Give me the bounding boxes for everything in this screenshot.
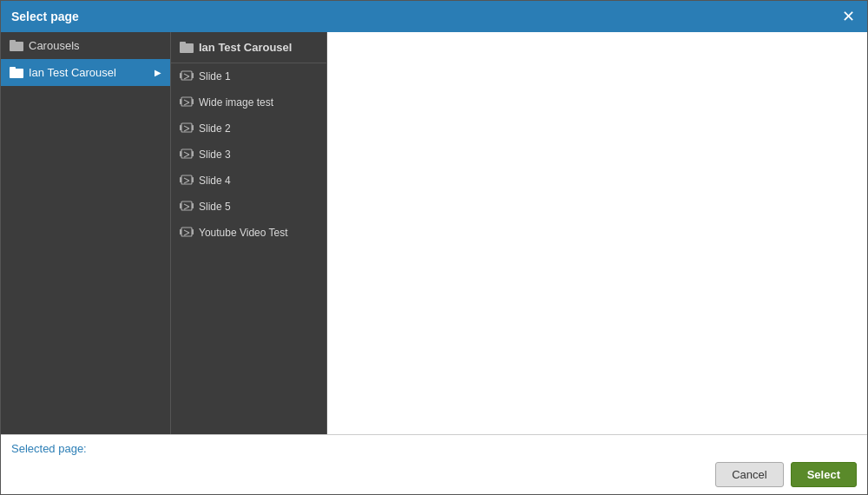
svg-rect-16 xyxy=(180,151,181,156)
svg-rect-7 xyxy=(192,99,194,104)
dialog-body: Carousels Ian Test Carousel ▶ Ian Test C… xyxy=(1,32,867,434)
cancel-button[interactable]: Cancel xyxy=(715,462,783,487)
svg-line-33 xyxy=(184,230,189,233)
right-panel xyxy=(327,32,867,434)
svg-rect-2 xyxy=(192,73,194,78)
list-item-slide-1[interactable]: Slide 1 xyxy=(171,63,326,89)
selected-page-row: Selected page: xyxy=(11,442,857,455)
wide-image-test-label: Wide image test xyxy=(199,96,318,109)
svg-line-3 xyxy=(184,74,189,76)
list-item-slide-5[interactable]: Slide 5 xyxy=(171,194,326,220)
slide-icon xyxy=(180,201,194,213)
svg-rect-11 xyxy=(180,125,181,130)
selected-page-label: Selected page: xyxy=(11,442,87,455)
slide-icon xyxy=(180,227,194,239)
slide-3-label: Slide 3 xyxy=(199,148,318,161)
slide-1-label: Slide 1 xyxy=(199,70,318,82)
dialog-footer: Selected page: Cancel Select xyxy=(1,434,867,494)
sidebar-item-carousels[interactable]: Carousels xyxy=(1,32,170,59)
slide-icon xyxy=(180,175,194,187)
middle-panel: Ian Test Carousel Slide 1 xyxy=(171,32,327,434)
svg-line-34 xyxy=(184,233,189,235)
svg-rect-32 xyxy=(192,229,194,234)
svg-line-18 xyxy=(184,152,189,155)
select-button[interactable]: Select xyxy=(791,462,857,487)
slide-icon xyxy=(180,122,194,135)
svg-line-4 xyxy=(184,76,189,79)
middle-panel-header: Ian Test Carousel xyxy=(171,32,326,63)
slide-icon xyxy=(180,148,194,161)
middle-panel-folder-icon xyxy=(180,42,194,53)
list-item-wide-image-test[interactable]: Wide image test xyxy=(171,89,326,116)
list-item-slide-3[interactable]: Slide 3 xyxy=(171,142,326,168)
footer-buttons: Cancel Select xyxy=(11,462,857,487)
svg-line-24 xyxy=(184,181,189,183)
youtube-video-test-label: Youtube Video Test xyxy=(199,227,318,239)
svg-line-19 xyxy=(184,155,189,157)
list-item-slide-2[interactable]: Slide 2 xyxy=(171,116,326,142)
chevron-right-icon: ▶ xyxy=(155,68,161,77)
svg-line-9 xyxy=(184,102,189,105)
svg-rect-31 xyxy=(180,229,181,234)
folder-icon xyxy=(10,40,23,51)
svg-line-14 xyxy=(184,129,189,131)
slide-icon xyxy=(180,70,194,82)
sidebar-item-ian-test-carousel-label: Ian Test Carousel xyxy=(29,66,149,79)
dialog-title: Select page xyxy=(11,10,79,23)
left-panel: Carousels Ian Test Carousel ▶ xyxy=(1,32,171,434)
svg-rect-21 xyxy=(180,177,181,182)
svg-rect-22 xyxy=(192,177,194,182)
svg-line-13 xyxy=(184,126,189,129)
svg-rect-27 xyxy=(192,203,194,208)
slide-icon xyxy=(180,96,194,109)
svg-line-29 xyxy=(184,207,189,209)
svg-line-28 xyxy=(184,204,189,207)
svg-line-8 xyxy=(184,100,189,102)
svg-line-23 xyxy=(184,178,189,181)
folder-icon-selected xyxy=(10,67,23,78)
list-item-slide-4[interactable]: Slide 4 xyxy=(171,168,326,194)
select-page-dialog: Select page ✕ Carousels Ian Test Carouse… xyxy=(0,0,868,495)
svg-rect-1 xyxy=(180,73,181,78)
sidebar-item-carousels-label: Carousels xyxy=(29,39,161,52)
svg-rect-12 xyxy=(192,125,194,130)
svg-rect-26 xyxy=(180,203,181,208)
close-button[interactable]: ✕ xyxy=(840,9,857,24)
svg-rect-17 xyxy=(192,151,194,156)
list-item-youtube-video-test[interactable]: Youtube Video Test xyxy=(171,220,326,246)
slide-5-label: Slide 5 xyxy=(199,201,318,213)
slide-4-label: Slide 4 xyxy=(199,175,318,187)
slide-2-label: Slide 2 xyxy=(199,122,318,135)
middle-panel-title: Ian Test Carousel xyxy=(199,41,292,54)
svg-rect-6 xyxy=(180,99,181,104)
dialog-header: Select page ✕ xyxy=(1,1,867,32)
sidebar-item-ian-test-carousel[interactable]: Ian Test Carousel ▶ xyxy=(1,59,170,86)
